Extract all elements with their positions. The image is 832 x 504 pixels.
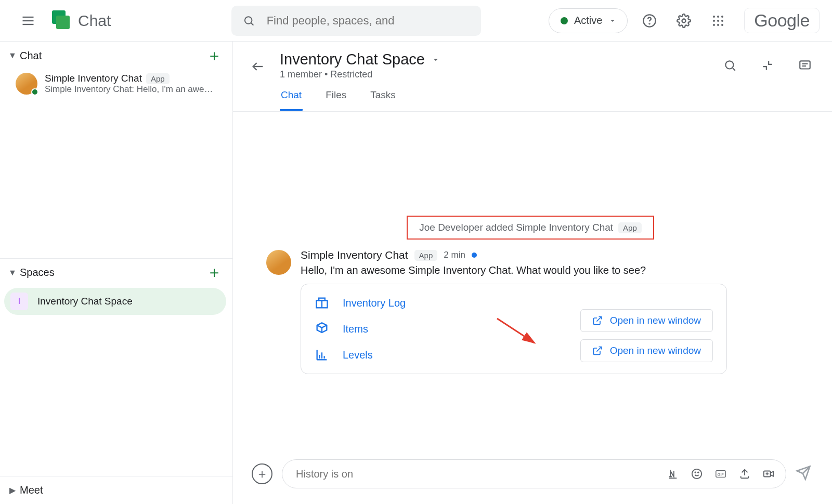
upload-icon[interactable] [738,467,751,481]
sidebar-section-meet[interactable]: ▶ Meet [0,476,232,504]
space-item-name: Inventory Chat Space [37,296,133,307]
presence-dot-icon [561,17,568,24]
emoji-icon[interactable] [690,467,704,481]
svg-line-33 [596,347,601,352]
settings-gear-icon[interactable] [671,8,696,33]
system-message-highlight: Joe Developer added Simple Inventory Cha… [407,216,654,240]
open-new-window-button[interactable]: Open in new window [580,309,713,332]
section-title: Spaces [20,267,206,278]
svg-point-36 [695,472,696,473]
svg-rect-25 [319,298,325,301]
send-button[interactable] [796,465,811,483]
chat-message: Simple Inventory Chat App 2 min Hello, I… [266,249,807,374]
presence-indicator-icon [31,88,38,96]
open-external-icon [592,346,603,356]
message-card: Inventory Log Items Levels [301,284,727,374]
message-author: Simple Inventory Chat [301,249,408,261]
tab-chat[interactable]: Chat [280,89,303,111]
svg-point-11 [713,20,715,22]
back-button[interactable] [245,54,270,79]
card-link-inventory-log[interactable]: Inventory Log [315,296,406,310]
section-title: Chat [20,50,206,62]
card-link-levels[interactable]: Levels [315,348,406,362]
status-label: Active [574,15,602,26]
app-badge: App [618,222,642,233]
conversation-area: Joe Developer added Simple Inventory Cha… [233,112,832,459]
card-link-items[interactable]: Items [315,322,406,336]
format-text-icon[interactable] [666,467,680,481]
caret-down-icon: ▼ [5,268,20,277]
svg-point-8 [713,16,715,18]
open-button-label: Open in new window [610,345,701,356]
sidebar: ▼ Chat ＋ Simple Inventory Chat App Simpl… [0,42,233,504]
search-input[interactable] [267,14,470,28]
chevron-down-icon [608,17,617,25]
apps-grid-icon[interactable] [706,8,731,33]
open-new-window-button[interactable]: Open in new window [580,339,713,362]
sidebar-section-spaces[interactable]: ▼ Spaces ＋ [0,259,232,287]
search-in-space-icon[interactable] [718,53,743,78]
search-icon [243,14,255,28]
app-badge: App [414,250,438,261]
svg-point-10 [721,16,723,18]
menu-icon[interactable] [16,8,41,33]
svg-point-35 [692,469,701,479]
space-avatar-icon: I [10,293,28,310]
status-selector[interactable]: Active [549,8,628,33]
svg-point-12 [717,20,719,22]
top-bar: Chat Active Google [0,0,832,42]
message-avatar-icon [266,250,291,275]
gif-icon[interactable]: GIF [714,467,727,481]
chevron-down-icon[interactable] [431,55,440,64]
card-link-label: Items [343,323,368,335]
app-title: Chat [78,12,111,30]
add-attachment-button[interactable]: ＋ [252,463,272,484]
caret-right-icon: ▶ [5,485,20,495]
composer-row: ＋ GIF [233,459,832,504]
space-subtitle: 1 member • Restricted [280,69,708,80]
items-cube-icon [315,322,329,336]
chat-logo-icon [50,10,71,31]
space-list-item[interactable]: I Inventory Chat Space [4,288,226,315]
inventory-log-icon [315,296,329,310]
chat-item-name: Simple Inventory Chat [45,73,142,84]
svg-marker-41 [771,471,774,476]
video-meeting-icon[interactable] [762,467,775,481]
thread-panel-icon[interactable] [792,53,817,78]
message-time: 2 min [444,250,465,260]
message-text: Hello, I'm an awesome Simple Inventory C… [301,264,807,276]
tab-files[interactable]: Files [324,89,347,111]
google-logo[interactable]: Google [744,8,820,33]
search-bar[interactable] [231,6,481,36]
composer-input[interactable] [296,468,666,480]
svg-point-6 [649,23,650,24]
unread-dot-icon [472,253,477,258]
chat-item-preview: Simple Inventory Chat: Hello, I'm an awe… [45,84,220,95]
card-link-label: Levels [343,349,373,361]
svg-point-15 [717,24,719,26]
message-composer[interactable]: GIF [282,459,786,488]
tab-tasks[interactable]: Tasks [369,89,397,111]
app-logo[interactable]: Chat [50,10,111,31]
app-badge: App [146,73,170,84]
top-right-controls: Active Google [549,8,820,33]
card-link-label: Inventory Log [343,297,406,309]
add-chat-button[interactable]: ＋ [206,45,222,67]
chat-avatar-icon [16,73,37,95]
add-space-button[interactable]: ＋ [206,262,222,283]
section-title: Meet [20,484,222,496]
svg-point-16 [721,24,723,26]
help-icon[interactable] [637,8,662,33]
open-external-icon [592,315,603,326]
svg-point-14 [713,24,715,26]
svg-point-37 [698,472,699,473]
svg-point-7 [682,19,686,22]
caret-down-icon: ▼ [5,51,20,60]
svg-rect-20 [800,61,810,69]
collapse-icon[interactable] [755,53,780,78]
sidebar-section-chat[interactable]: ▼ Chat ＋ [0,42,232,70]
svg-point-13 [721,20,723,22]
system-message-text: Joe Developer added Simple Inventory Cha… [419,222,613,233]
svg-point-9 [717,16,719,18]
chat-list-item[interactable]: Simple Inventory Chat App Simple Invento… [0,70,232,98]
